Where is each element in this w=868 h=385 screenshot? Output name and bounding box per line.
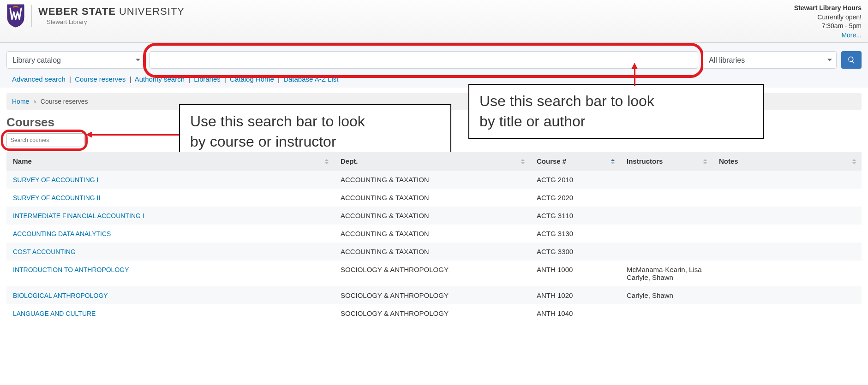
course-link[interactable]: COST ACCOUNTING [13, 248, 76, 255]
course-link[interactable]: ACCOUNTING DATA ANALYTICS [13, 230, 111, 237]
cell-instructors: Carlyle, Shawn [620, 286, 712, 304]
hours-title: Stewart Library Hours [794, 4, 862, 13]
search-row: Library catalog All libraries [6, 51, 862, 69]
content: Courses Use this search bar to look by c… [0, 110, 868, 322]
table-row: INTRODUCTION TO ANTHROPOLOGYSOCIOLOGY & … [6, 261, 862, 286]
cell-course-number: ACTG 3300 [530, 243, 620, 261]
cell-name: ACCOUNTING DATA ANALYTICS [6, 225, 334, 243]
university-logo-icon [6, 4, 25, 28]
course-link[interactable]: INTERMEDIATE FINANCIAL ACCOUNTING I [13, 212, 144, 219]
cell-course-number: ACTG 3110 [530, 207, 620, 225]
hours-time: 7:30am - 5pm [794, 22, 862, 31]
cell-name: INTERMEDIATE FINANCIAL ACCOUNTING I [6, 207, 334, 225]
table-row: LANGUAGE AND CULTURESOCIOLOGY & ANTHROPO… [6, 304, 862, 322]
breadcrumb-home[interactable]: Home [12, 98, 29, 105]
cell-dept: ACCOUNTING & TAXATION [334, 189, 530, 207]
table-row: COST ACCOUNTINGACCOUNTING & TAXATIONACTG… [6, 243, 862, 261]
cell-dept: ACCOUNTING & TAXATION [334, 243, 530, 261]
col-course-number[interactable]: Course # [530, 152, 620, 171]
cell-notes [712, 207, 862, 225]
breadcrumb-current: Course reserves [41, 98, 88, 105]
cell-course-number: ACTG 3130 [530, 225, 620, 243]
cell-instructors [620, 171, 712, 189]
link-advanced-search[interactable]: Advanced search [12, 75, 66, 83]
course-link[interactable]: INTRODUCTION TO ANTHROPOLOGY [13, 266, 129, 273]
annotation-arrow-head-left-icon [86, 131, 92, 138]
cell-dept: ACCOUNTING & TAXATION [334, 225, 530, 243]
cell-notes [712, 189, 862, 207]
link-libraries[interactable]: Libraries [194, 75, 221, 83]
cell-instructors [620, 189, 712, 207]
course-link[interactable]: BIOLOGICAL ANTHROPOLOGY [13, 292, 108, 299]
brand-separator [31, 5, 32, 27]
hours-status: Currently open! [794, 13, 862, 22]
hours-more-link[interactable]: More... [841, 31, 862, 39]
col-label: Instructors [627, 157, 663, 165]
brand-text: WEBER STATE UNIVERSITY Stewart Library [38, 6, 185, 26]
link-separator: | [278, 75, 280, 83]
cell-dept: SOCIOLOGY & ANTHROPOLOGY [334, 304, 530, 322]
cell-dept: ACCOUNTING & TAXATION [334, 207, 530, 225]
link-database-list[interactable]: Database A-Z List [283, 75, 338, 83]
catalog-select[interactable]: Library catalog [6, 51, 145, 69]
col-instructors[interactable]: Instructors [620, 152, 712, 171]
brand-bold: WEBER STATE [38, 6, 116, 17]
cell-name: BIOLOGICAL ANTHROPOLOGY [6, 286, 334, 304]
table-row: BIOLOGICAL ANTHROPOLOGYSOCIOLOGY & ANTHR… [6, 286, 862, 304]
col-dept[interactable]: Dept. [334, 152, 530, 171]
cell-name: LANGUAGE AND CULTURE [6, 304, 334, 322]
cell-instructors [620, 225, 712, 243]
chevron-right-icon: › [34, 98, 36, 105]
search-area: Library catalog All libraries Advanced s… [0, 43, 868, 88]
cell-dept: ACCOUNTING & TAXATION [334, 171, 530, 189]
col-notes[interactable]: Notes [712, 152, 862, 171]
catalog-select-wrap: Library catalog [6, 51, 145, 69]
link-separator: | [224, 75, 226, 83]
main-search-input[interactable] [150, 51, 698, 69]
cell-notes [712, 286, 862, 304]
search-icon [847, 56, 856, 64]
course-search-wrap [6, 133, 85, 147]
cell-dept: SOCIOLOGY & ANTHROPOLOGY [334, 261, 530, 286]
link-separator: | [188, 75, 190, 83]
annotation-callout-title: Use this search bar to look by title or … [468, 84, 764, 138]
quick-links: Advanced search | Course reserves | Auth… [6, 75, 862, 83]
cell-dept: SOCIOLOGY & ANTHROPOLOGY [334, 286, 530, 304]
cell-course-number: ANTH 1020 [530, 286, 620, 304]
col-label: Dept. [341, 157, 358, 165]
link-catalog-home[interactable]: Catalog Home [230, 75, 274, 83]
brand-name: WEBER STATE UNIVERSITY [38, 6, 185, 18]
table-row: SURVEY OF ACCOUNTING IIACCOUNTING & TAXA… [6, 189, 862, 207]
cell-notes [712, 243, 862, 261]
library-hours: Stewart Library Hours Currently open! 7:… [794, 4, 862, 40]
col-label: Course # [537, 157, 566, 165]
library-select-wrap: All libraries [703, 51, 837, 69]
cell-notes [712, 304, 862, 322]
col-label: Name [13, 157, 32, 165]
cell-instructors: McManama-Kearin, Lisa Carlyle, Shawn [620, 261, 712, 286]
course-search-input[interactable] [6, 133, 85, 147]
table-row: SURVEY OF ACCOUNTING IACCOUNTING & TAXAT… [6, 171, 862, 189]
cell-notes [712, 171, 862, 189]
link-course-reserves[interactable]: Course reserves [75, 75, 126, 83]
course-link[interactable]: SURVEY OF ACCOUNTING I [13, 176, 98, 184]
table-header-row: Name Dept. Course # Instructors Notes [6, 152, 862, 171]
course-link[interactable]: SURVEY OF ACCOUNTING II [13, 194, 100, 201]
course-link[interactable]: LANGUAGE AND CULTURE [13, 310, 96, 317]
table-row: INTERMEDIATE FINANCIAL ACCOUNTING IACCOU… [6, 207, 862, 225]
library-select[interactable]: All libraries [703, 51, 837, 69]
cell-name: INTRODUCTION TO ANTHROPOLOGY [6, 261, 334, 286]
cell-course-number: ANTH 1000 [530, 261, 620, 286]
brand-sublabel: Stewart Library [47, 18, 185, 26]
brand-rest: UNIVERSITY [116, 6, 185, 17]
search-button[interactable] [841, 51, 862, 69]
cell-name: SURVEY OF ACCOUNTING I [6, 171, 334, 189]
page-header: WEBER STATE UNIVERSITY Stewart Library S… [0, 0, 868, 43]
main-search-wrap [150, 51, 698, 69]
annotation-callout-course: Use this search bar to look by course or… [179, 104, 451, 159]
col-label: Notes [719, 157, 738, 165]
cell-course-number: ANTH 1040 [530, 304, 620, 322]
col-name[interactable]: Name [6, 152, 334, 171]
link-authority-search[interactable]: Authority search [135, 75, 185, 83]
annotation-arrow-line [91, 134, 179, 136]
